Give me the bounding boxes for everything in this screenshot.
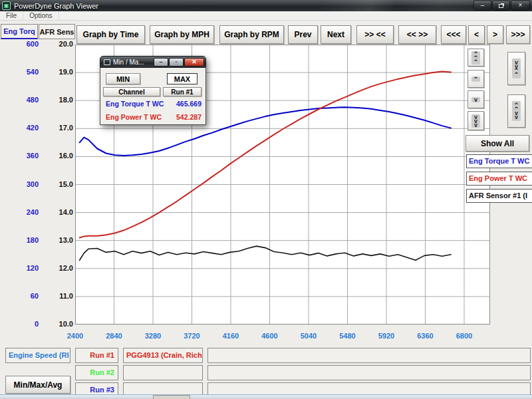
afr-tick-label: 12.0 [45, 264, 73, 272]
afr-tick-label: 19.0 [45, 68, 73, 76]
min-toggle-button[interactable]: MIN [106, 73, 140, 84]
power-max-value: 542.287 [176, 113, 201, 121]
scale-down-fast-button[interactable]: vvv [467, 111, 484, 130]
torque-tick-label: 60 [13, 292, 39, 300]
scale-down-button[interactable]: v [467, 90, 484, 108]
torque-max-value: 465.669 [176, 100, 201, 108]
torque-channel-label: Eng Torque T WC [106, 100, 164, 108]
window-bottom-edge [0, 394, 532, 399]
torque-tick-label: 300 [13, 180, 39, 188]
menu-item-file[interactable]: File [0, 11, 23, 21]
dialog-title: Min / Ma... [113, 59, 153, 66]
run1-column-header[interactable]: Run #1 [163, 87, 201, 96]
afr-tick-label: 17.0 [45, 124, 73, 132]
afr-tick-label: 18.0 [45, 96, 73, 104]
dialog-icon [104, 59, 110, 65]
nav-prev-button[interactable]: Prev [288, 25, 318, 44]
torque-tick-label: 0 [13, 320, 39, 328]
zoom-in-x-button[interactable]: >> << [356, 25, 394, 44]
run-comment-box-1[interactable]: PGG4913 (Crain, Rich [123, 348, 203, 363]
window-controls: – × [473, 1, 530, 11]
rpm-tick-label: 3280 [138, 332, 168, 340]
taskbar-fragment [153, 395, 190, 399]
pan-left-fast-button[interactable]: <<< [441, 25, 466, 44]
torque-tick-label: 120 [13, 264, 39, 272]
window-title: PowerDyne Graph Viewer [14, 2, 98, 10]
graph-by-time-button[interactable]: Graph by Time [76, 25, 145, 44]
max-toggle-button[interactable]: MAX [167, 73, 198, 84]
rpm-tick-label: 4160 [216, 332, 245, 340]
torque-tick-label: 420 [13, 124, 39, 132]
dialog-row-torque: Eng Torque T WC 465.669 [106, 100, 201, 108]
torque-tick-label: 180 [13, 236, 39, 244]
expand-scale-button-icon: ^^vv [512, 101, 521, 121]
scale-down-button-icon: v [471, 97, 480, 102]
torque-tick-label: 480 [13, 96, 39, 104]
run-notes-box-2[interactable] [207, 365, 531, 380]
nav-next-button[interactable]: Next [321, 25, 351, 44]
rpm-tick-label: 5480 [333, 332, 362, 340]
dialog-maximize-icon[interactable]: ▫ [169, 58, 184, 66]
rpm-tick-label: 4600 [255, 332, 285, 340]
pan-right-fast-button[interactable]: >>> [506, 25, 530, 44]
rpm-tick-label: 5920 [372, 332, 401, 340]
close-icon[interactable]: × [511, 1, 530, 11]
app-icon: ▣ [2, 1, 11, 10]
pan-left-button[interactable]: < [468, 25, 485, 44]
minimize-icon[interactable]: – [473, 1, 491, 11]
power-channel-label: Eng Power T WC [106, 113, 162, 121]
rpm-tick-label: 6800 [450, 332, 479, 340]
min-max-dialog[interactable]: Min / Ma... – ▫ ✕ MIN MAX Channel Run #1… [100, 56, 206, 125]
pan-right-button[interactable]: > [487, 25, 503, 44]
rpm-tick-label: 2840 [100, 332, 129, 340]
run-label-2[interactable]: Run #2 [75, 365, 118, 380]
rpm-tick-label: 3720 [178, 332, 207, 340]
channel-column-header[interactable]: Channel [103, 87, 160, 96]
run-label-1[interactable]: Run #1 [75, 348, 118, 363]
scale-up-button[interactable]: ^ [467, 70, 484, 88]
min-max-avg-button[interactable]: Min/Max/Avg [5, 376, 70, 394]
run-comment-box-2[interactable] [123, 365, 203, 380]
zoom-out-x-button[interactable]: << >> [398, 25, 436, 44]
afr-tick-label: 15.0 [45, 180, 73, 188]
torque-tick-label: 360 [13, 152, 39, 160]
afr-tick-label: 10.0 [45, 320, 73, 328]
run-notes-box-1[interactable] [207, 348, 531, 363]
dialog-title-bar[interactable]: Min / Ma... – ▫ ✕ [100, 56, 206, 68]
rpm-tick-label: 5040 [294, 332, 323, 340]
scale-up-button-icon: ^ [471, 76, 480, 82]
graph-by-mph-button[interactable]: Graph by MPH [150, 25, 214, 44]
legend-item-2[interactable]: Eng Power T WC [466, 172, 532, 186]
title-bar[interactable]: ▣ PowerDyne Graph Viewer – × [0, 0, 532, 11]
app-window: ▣ PowerDyne Graph Viewer – × File Option… [0, 0, 532, 399]
menu-bar: File Options [0, 11, 532, 21]
torque-tick-label: 240 [13, 208, 39, 216]
x-channel-box[interactable]: Engine Speed (RI [5, 348, 70, 363]
restore-icon[interactable] [492, 1, 510, 11]
dialog-close-icon[interactable]: ✕ [184, 58, 204, 66]
legend-item-3[interactable]: AFR Sensor #1 (I [466, 189, 532, 203]
torque-tick-label: 540 [13, 68, 39, 76]
compress-scale-button-icon: vv^^ [512, 59, 521, 78]
show-all-button[interactable]: Show All [466, 135, 529, 152]
afr-tick-label: 20.0 [45, 40, 73, 48]
scale-up-fast-button-icon: ^^^ [471, 51, 480, 65]
dialog-body: MIN MAX Channel Run #1 Eng Torque T WC 4… [100, 68, 206, 125]
afr-tick-label: 13.0 [45, 236, 73, 244]
dialog-row-power: Eng Power T WC 542.287 [106, 113, 201, 121]
compress-scale-button[interactable]: vv^^ [507, 52, 525, 85]
tab-eng-torq[interactable]: Eng Torq [1, 24, 38, 39]
rpm-tick-label: 6360 [411, 332, 440, 340]
tab-afr-sens[interactable]: AFR Sens [39, 24, 75, 39]
graph-by-rpm-button[interactable]: Graph by RPM [219, 25, 284, 44]
afr-tick-label: 16.0 [45, 152, 73, 160]
scale-up-fast-button[interactable]: ^^^ [467, 49, 484, 66]
torque-tick-label: 600 [13, 40, 39, 48]
dialog-minimize-icon[interactable]: – [154, 58, 168, 66]
rpm-tick-label: 2400 [61, 332, 90, 340]
scale-down-fast-button-icon: vvv [471, 114, 480, 128]
afr-tick-label: 11.0 [45, 292, 73, 300]
expand-scale-button[interactable]: ^^vv [507, 94, 525, 128]
menu-item-options[interactable]: Options [23, 11, 59, 21]
legend-item-1[interactable]: Eng Torque T WC [466, 154, 532, 168]
